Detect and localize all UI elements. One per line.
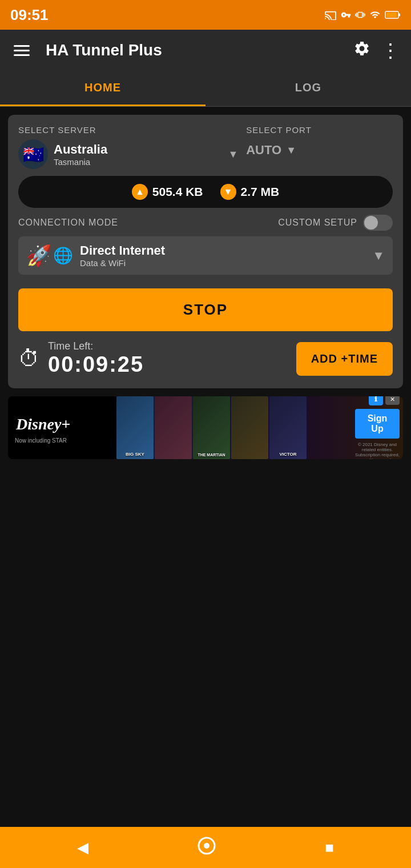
server-section: SELECT SERVER 🇦🇺 Australia Tasmania ▼: [18, 125, 238, 169]
custom-setup-toggle[interactable]: [363, 215, 393, 231]
disney-wordmark: Disney+: [15, 412, 89, 434]
svg-rect-1: [398, 14, 400, 17]
disney-logo-area: Disney+ Now including STAR: [8, 396, 116, 459]
circle-home-icon: [197, 836, 216, 855]
top-bar-actions: ⋮: [353, 40, 400, 61]
ad-banner: Disney+ Now including STAR BIG SKY THE M…: [8, 396, 403, 459]
more-options-button[interactable]: ⋮: [381, 41, 400, 60]
ad-signup-area: ℹ ✕ Sign Up © 2021 Disney and related en…: [352, 396, 403, 459]
movie-thumb-1: BIG SKY: [116, 396, 154, 459]
server-dropdown-arrow: ▼: [228, 148, 238, 160]
app-title: HA Tunnel Plus: [46, 41, 344, 59]
home-icon: [197, 836, 216, 859]
status-icons: [324, 9, 401, 21]
server-select-box[interactable]: 🇦🇺 Australia Tasmania ▼: [18, 139, 238, 169]
disney-logo: Disney+: [15, 412, 89, 436]
upload-stat: ▲ 505.4 KB: [132, 184, 203, 200]
upload-icon: ▲: [132, 184, 148, 200]
wifi-icon: [369, 10, 381, 20]
connection-mode-label: CONNECTION MODE: [18, 218, 118, 228]
nav-recent-button[interactable]: ■: [319, 833, 340, 862]
data-stats-bar: ▲ 505.4 KB ▼ 2.7 MB: [18, 176, 393, 208]
gear-icon: [353, 40, 370, 57]
disney-tagline: Now including STAR: [15, 437, 67, 444]
battery-icon: [385, 10, 401, 20]
country-subtitle: Tasmania: [54, 157, 222, 167]
movie-thumb-3: THE MARTIAN: [193, 396, 230, 459]
tab-home[interactable]: HOME: [0, 71, 206, 106]
download-stat: ▼ 2.7 MB: [220, 184, 280, 200]
empty-space: [0, 459, 411, 827]
movie-label-5: VICTOR: [278, 452, 297, 457]
hamburger-menu-button[interactable]: [11, 43, 32, 58]
port-dropdown-arrow: ▼: [286, 144, 296, 156]
ad-disclaimer: © 2021 Disney and related entities. Subs…: [355, 442, 400, 459]
time-left-value: 00:09:25: [48, 352, 144, 377]
connection-method-row[interactable]: 🚀 🌐 Direct Internet Data & WiFi ▼: [18, 236, 393, 275]
time-left-info: ⏱ Time Left: 00:09:25: [18, 340, 144, 377]
connection-info: Direct Internet Data & WiFi: [80, 243, 365, 268]
custom-setup-row: CUSTOM SETUP: [278, 215, 393, 231]
tab-bar: HOME LOG: [0, 71, 411, 107]
ad-close-button[interactable]: ✕: [385, 396, 400, 405]
movie-thumb-2: [155, 396, 192, 459]
nav-back-button[interactable]: ◀: [71, 833, 94, 862]
top-bar: HA Tunnel Plus ⋮: [0, 30, 411, 71]
upload-value: 505.4 KB: [152, 185, 203, 199]
country-flag: 🇦🇺: [18, 139, 48, 169]
time-left-row: ⏱ Time Left: 00:09:25 ADD +TIME: [18, 337, 393, 378]
movie-label-1: BIG SKY: [124, 452, 146, 457]
back-icon: ◀: [77, 839, 88, 857]
svg-text:Disney+: Disney+: [15, 415, 70, 433]
movie-thumb-4: [231, 396, 268, 459]
nav-home-button[interactable]: [191, 830, 222, 865]
movie-thumb-5: VICTOR: [269, 396, 307, 459]
download-value: 2.7 MB: [241, 185, 280, 199]
status-bar: 09:51: [0, 0, 411, 30]
custom-setup-label: CUSTOM SETUP: [278, 218, 357, 228]
movie-label-3: THE MARTIAN: [196, 453, 226, 457]
vibrate-icon: [355, 9, 365, 21]
port-section: SELECT PORT AUTO ▼: [246, 125, 393, 169]
connection-subtitle: Data & WiFi: [80, 258, 365, 268]
port-select-box[interactable]: AUTO ▼: [246, 143, 393, 158]
hamburger-line-1: [14, 45, 30, 47]
key-icon: [340, 10, 352, 20]
status-time: 09:51: [10, 6, 49, 24]
hamburger-line-3: [14, 54, 30, 56]
svg-point-5: [204, 843, 209, 849]
select-server-label: SELECT SERVER: [18, 125, 238, 135]
ad-movies: BIG SKY THE MARTIAN VICTOR: [116, 396, 352, 459]
svg-rect-2: [386, 13, 397, 17]
connection-name: Direct Internet: [80, 243, 365, 258]
settings-button[interactable]: [353, 40, 370, 61]
toggle-knob: [364, 216, 378, 230]
add-time-button[interactable]: ADD +TIME: [296, 342, 393, 376]
tab-log[interactable]: LOG: [206, 71, 411, 106]
time-left-label: Time Left:: [48, 340, 144, 352]
ad-info-button[interactable]: ℹ: [369, 396, 383, 405]
port-value: AUTO: [246, 143, 281, 158]
rocket-emoji: 🚀: [26, 244, 52, 268]
recent-icon: ■: [325, 839, 334, 857]
cast-icon: [324, 10, 337, 20]
country-name: Australia: [54, 142, 222, 157]
time-text: Time Left: 00:09:25: [48, 340, 144, 377]
country-info: Australia Tasmania: [54, 142, 222, 167]
clock-icon: ⏱: [18, 347, 40, 371]
connection-dropdown-arrow: ▼: [372, 248, 385, 263]
connection-mode-row: CONNECTION MODE CUSTOM SETUP: [18, 215, 393, 231]
main-card: SELECT SERVER 🇦🇺 Australia Tasmania ▼ SE…: [8, 115, 403, 388]
ad-signup-button[interactable]: Sign Up: [355, 409, 400, 439]
server-port-row: SELECT SERVER 🇦🇺 Australia Tasmania ▼ SE…: [18, 125, 393, 169]
globe-emoji: 🌐: [53, 246, 73, 265]
bottom-navigation: ◀ ■: [0, 827, 411, 868]
ad-content: Disney+ Now including STAR BIG SKY THE M…: [8, 396, 403, 459]
hamburger-line-2: [14, 50, 30, 51]
stop-button[interactable]: STOP: [18, 288, 393, 331]
download-icon: ▼: [220, 184, 236, 200]
select-port-label: SELECT PORT: [246, 125, 393, 135]
